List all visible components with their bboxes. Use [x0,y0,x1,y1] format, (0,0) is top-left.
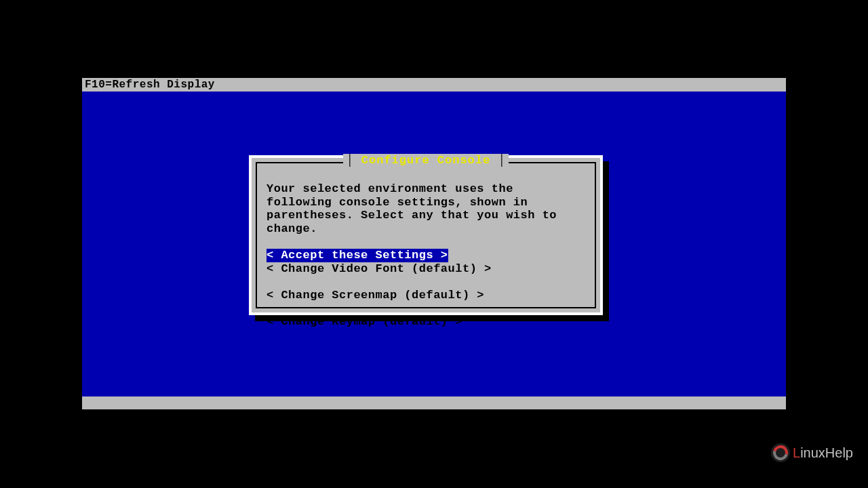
bottom-bar [82,396,786,409]
dialog-frame: Configure Console Your selected environm… [256,162,596,308]
dialog-title-wrap: Configure Console [257,154,595,167]
desktop-area: Configure Console Your selected environm… [82,92,786,396]
option-change-video-font[interactable]: < Change Video Font (default) > [267,262,585,276]
option-change-keymap[interactable]: < Change Keymap (default) > [267,315,585,329]
option-change-screenmap[interactable]: < Change Screenmap (default) > [267,289,585,302]
status-bar: F10=Refresh Display [82,78,786,92]
option-accept-settings[interactable]: < Accept these Settings > [267,249,448,262]
linuxhelp-text: LinuxHelp [793,445,853,461]
dialog-description: Your selected environment uses the follo… [267,182,585,235]
dialog-title: Configure Console [343,154,508,167]
dialog-options: < Accept these Settings > < Change Video… [267,249,585,328]
dialog-content: Your selected environment uses the follo… [267,182,585,328]
linuxhelp-watermark: LinuxHelp [771,443,853,462]
console-screen: F10=Refresh Display Configure Console Yo… [82,78,786,409]
linuxhelp-icon [771,443,790,462]
configure-console-dialog: Configure Console Your selected environm… [249,155,603,315]
